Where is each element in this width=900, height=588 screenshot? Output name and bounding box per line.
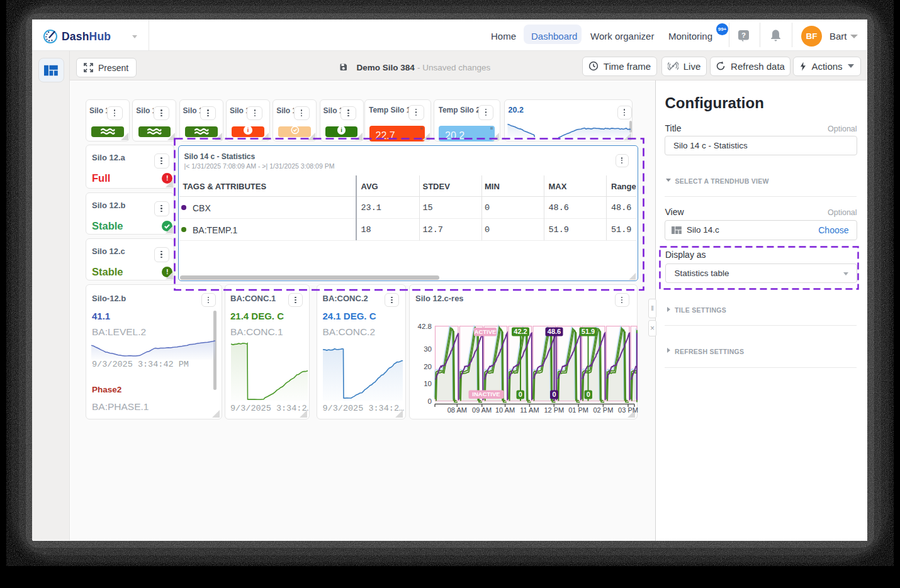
svg-text:?: ? [741, 31, 746, 39]
